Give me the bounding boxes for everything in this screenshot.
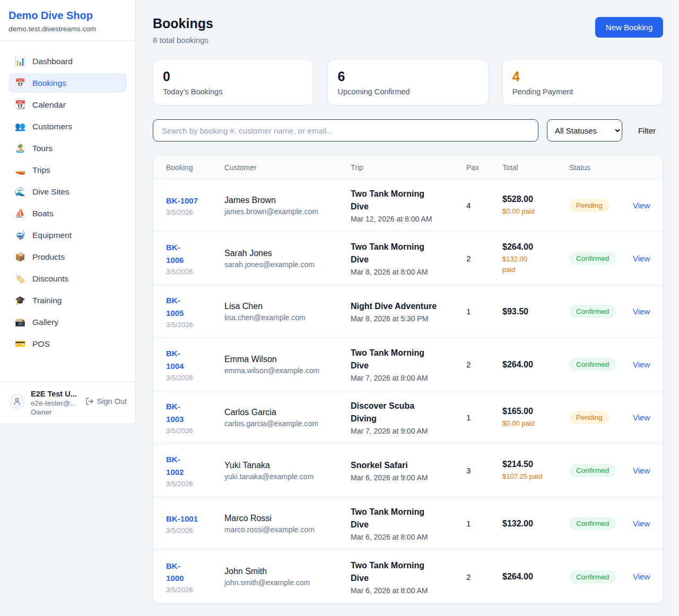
sidebar-item-products[interactable]: 📦 Products — [8, 247, 127, 267]
actions-cell: View — [633, 466, 650, 476]
customers-icon: 👥 — [15, 121, 25, 131]
booking-date: 3/5/2026 — [166, 268, 224, 276]
page-title: Bookings — [153, 16, 213, 31]
total-amount: $132.00 — [502, 519, 569, 529]
booking-id-link[interactable]: BK- 1004 — [166, 347, 184, 372]
total-amount: $264.00 — [502, 360, 569, 369]
view-link[interactable]: View — [633, 519, 650, 528]
status-badge: Confirmed — [569, 570, 616, 584]
user-footer: E2E Test U... e2e-tester@... Owner Sign … — [0, 382, 135, 424]
user-info: E2E Test U... e2e-tester@... Owner — [31, 390, 80, 416]
user-email: e2e-tester@... — [31, 399, 80, 407]
dashboard-icon: 📊 — [15, 56, 25, 66]
actions-cell: View — [633, 572, 650, 582]
booking-id-link[interactable]: BK- 1003 — [166, 400, 184, 425]
booking-cell: BK- 1004 3/5/2026 — [166, 347, 224, 382]
col-header-trip: Trip — [351, 163, 466, 172]
trip-name: Two Tank Morning Dive — [351, 559, 441, 585]
booking-date: 3/5/2026 — [166, 374, 224, 382]
sidebar-item-trips[interactable]: 🚤 Trips — [8, 160, 127, 180]
total-amount: $528.00 — [502, 195, 569, 204]
brand-name: Demo Dive Shop — [8, 10, 127, 22]
view-link[interactable]: View — [633, 413, 650, 422]
sidebar-item-discounts[interactable]: 🏷️ Discounts — [8, 269, 127, 288]
actions-cell: View — [633, 413, 650, 423]
sidebar-item-calendar[interactable]: 📆 Calendar — [8, 95, 127, 115]
view-link[interactable]: View — [633, 254, 650, 263]
user-name: E2E Test U... — [31, 390, 80, 398]
booking-cell: BK- 1000 3/5/2026 — [166, 560, 224, 594]
col-header-booking: Booking — [166, 163, 224, 172]
customer-name: Carlos Garcia — [224, 408, 351, 417]
customer-name: John Smith — [224, 567, 351, 576]
table-row: BK- 1004 3/5/2026 Emma Wilson emma.wilso… — [153, 338, 663, 391]
view-link[interactable]: View — [633, 360, 650, 369]
booking-cell: BK-1001 3/5/2026 — [166, 513, 224, 534]
booking-id-link[interactable]: BK- 1005 — [166, 294, 184, 319]
sidebar-item-bookings[interactable]: 📅 Bookings — [8, 73, 127, 93]
sign-out-label: Sign Out — [97, 397, 127, 406]
filter-row: All Statuses Filter — [153, 119, 663, 142]
pax-count: 2 — [466, 254, 502, 263]
sign-out-button[interactable]: Sign Out — [85, 397, 127, 406]
table-row: BK- 1005 3/5/2026 Lisa Chen lisa.chen@ex… — [153, 285, 663, 338]
sidebar-item-dashboard[interactable]: 📊 Dashboard — [8, 51, 127, 71]
customer-email: john.smith@example.com — [224, 578, 351, 587]
status-cell: Confirmed — [569, 570, 633, 584]
pax-count: 2 — [466, 360, 502, 369]
sidebar-item-label: Dashboard — [32, 57, 73, 66]
stat-card: 6 Upcoming Confirmed — [327, 59, 488, 105]
trip-name: Two Tank Morning Dive — [351, 347, 441, 372]
table-header-row: Booking Customer Trip Pax Total Status — [153, 156, 663, 179]
total-amount: $264.00 — [502, 242, 569, 252]
booking-cell: BK- 1006 3/5/2026 — [166, 241, 224, 276]
sidebar-item-pos[interactable]: 💳 POS — [8, 334, 127, 354]
sidebar-item-training[interactable]: 🎓 Training — [8, 291, 127, 310]
view-link[interactable]: View — [633, 201, 650, 210]
booking-id-link[interactable]: BK-1007 — [166, 195, 198, 207]
page-subtitle: 8 total bookings — [153, 36, 213, 45]
sidebar-item-tours[interactable]: 🏝️ Tours — [8, 138, 127, 158]
stats-row: 0 Today's Bookings 6 Upcoming Confirmed … — [153, 59, 663, 105]
table-row: BK- 1000 3/5/2026 John Smith john.smith@… — [153, 550, 663, 603]
booking-id-link[interactable]: BK- 1002 — [166, 453, 184, 478]
view-link[interactable]: View — [633, 572, 650, 581]
customer-email: sarah.jones@example.com — [224, 260, 351, 269]
filter-button[interactable]: Filter — [631, 126, 663, 135]
status-badge: Confirmed — [569, 464, 616, 477]
view-link[interactable]: View — [633, 307, 650, 316]
view-link[interactable]: View — [633, 466, 650, 475]
stat-label: Pending Payment — [512, 87, 653, 96]
status-cell: Confirmed — [569, 305, 633, 318]
new-booking-button[interactable]: New Booking — [595, 17, 663, 38]
booking-id-link[interactable]: BK-1001 — [166, 513, 198, 525]
stat-value: 4 — [512, 69, 653, 84]
actions-cell: View — [633, 360, 650, 369]
table-row: BK- 1006 3/5/2026 Sarah Jones sarah.jone… — [153, 232, 663, 285]
trip-date: Mar 8, 2026 at 5:30 PM — [351, 314, 466, 323]
paid-amount: $0.00 paid — [502, 418, 543, 429]
trip-date: Mar 7, 2026 at 8:00 AM — [351, 374, 466, 382]
customer-name: Emma Wilson — [224, 355, 351, 364]
trip-cell: Two Tank Morning Dive Mar 8, 2026 at 8:0… — [351, 241, 466, 276]
status-badge: Pending — [569, 199, 610, 212]
sidebar-item-gallery[interactable]: 📸 Gallery — [8, 312, 127, 332]
booking-date: 3/5/2026 — [166, 321, 224, 329]
paid-amount: $132.00 paid — [502, 254, 543, 275]
training-icon: 🎓 — [15, 295, 25, 305]
table-row: BK- 1002 3/5/2026 Yuki Tanaka yuki.tanak… — [153, 444, 663, 497]
sidebar-item-label: Bookings — [32, 78, 66, 88]
customer-email: james.brown@example.com — [224, 207, 351, 216]
sidebar-item-equipment[interactable]: 🤿 Equipment — [8, 225, 127, 245]
stat-card: 4 Pending Payment — [502, 59, 663, 105]
search-input[interactable] — [153, 119, 538, 142]
booking-id-link[interactable]: BK- 1006 — [166, 241, 184, 266]
trip-date: Mar 7, 2026 at 9:00 AM — [351, 427, 466, 435]
sidebar-item-customers[interactable]: 👥 Customers — [8, 117, 127, 136]
status-select[interactable]: All Statuses — [547, 119, 622, 142]
trip-date: Mar 12, 2026 at 8:00 AM — [351, 215, 466, 223]
booking-id-link[interactable]: BK- 1000 — [166, 560, 184, 585]
sidebar-item-dive-sites[interactable]: 🌊 Dive Sites — [8, 182, 127, 201]
status-badge: Pending — [569, 411, 610, 424]
sidebar-item-boats[interactable]: ⛵ Boats — [8, 204, 127, 223]
